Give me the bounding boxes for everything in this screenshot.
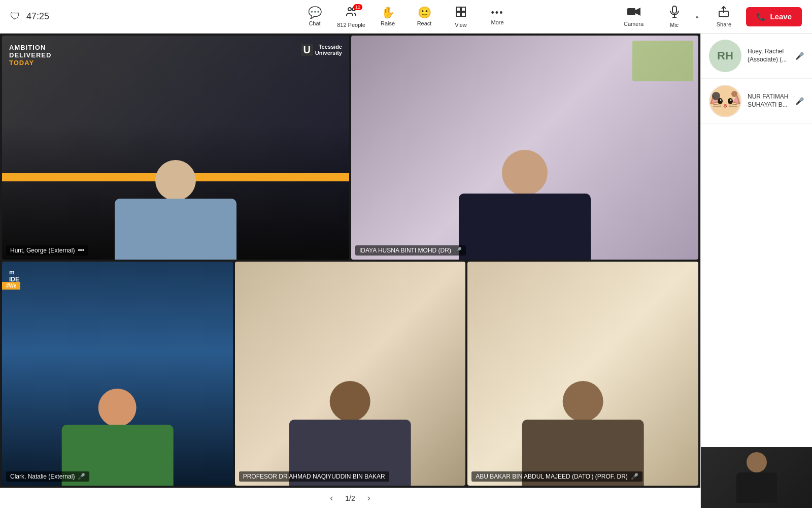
mic-button[interactable]: Mic (656, 0, 693, 34)
hunt-person (2, 114, 349, 260)
sidebar-bottom (701, 124, 812, 508)
ahmad-label: PROFESOR DR AHMAD NAQIYUDDIN BIN BAKAR (239, 471, 389, 482)
raise-label: Raise (381, 20, 395, 26)
video-cell-ahmad: PROFESOR DR AHMAD NAQIYUDDIN BIN BAKAR (235, 262, 466, 486)
react-label: React (417, 20, 432, 26)
camera-icon (627, 7, 640, 19)
hunt-label: Hunt, George (External) ••• (6, 245, 88, 256)
video-row-top: AMBITION DELIVERED TODAY U Teesside Univ… (2, 36, 698, 260)
video-cell-clark: m IDE #We Clark, Natalie (External) 🎤 (2, 262, 233, 486)
sidebar-video-person (736, 452, 777, 503)
video-cell-idaya: IDAYA HUSNA BINTI MOHD (DR) 🎤 (351, 36, 698, 260)
abubakar-label: ABU BAKAR BIN ABDUL MAJEED (DATO') (PROF… (471, 471, 642, 482)
leave-label: Leave (770, 12, 792, 21)
clark-text: m IDE (9, 269, 19, 283)
fatimah-avatar (709, 85, 741, 117)
view-label: View (455, 22, 467, 28)
page-indicator: 1/2 (345, 494, 355, 502)
more-label: More (491, 19, 503, 25)
mic-group: Mic ▲ (656, 0, 702, 34)
hunt-text-overlay: AMBITION DELIVERED TODAY (9, 44, 51, 67)
idaya-name: IDAYA HUSNA BINTI MOHD (DR) (359, 247, 451, 254)
mic-label: Mic (670, 22, 679, 28)
raise-icon: ✋ (381, 7, 395, 18)
share-button[interactable]: Share (705, 0, 742, 34)
sv-body (736, 472, 777, 503)
svg-point-20 (730, 100, 732, 101)
chat-label: Chat (309, 20, 320, 26)
university-logo: U Teesside University (301, 44, 342, 56)
pagination: ‹ 1/2 › (0, 488, 700, 508)
hunt-name: Hunt, George (External) (10, 247, 75, 254)
sidebar-participant-rachel: RH Huey, Rachel (Associate) (... 🎤 (701, 34, 812, 79)
toolbar: 💬 Chat 812 People 12 ✋ Raise 🙂 React (296, 0, 516, 34)
share-icon (718, 6, 729, 19)
shield-icon: 🛡 (10, 11, 20, 22)
svg-point-21 (724, 104, 727, 106)
idaya-label: IDAYA HUSNA BINTI MOHD (DR) 🎤 (355, 245, 466, 256)
next-page-button[interactable]: › (363, 491, 375, 505)
topbar: 🛡 47:25 💬 Chat 812 People 12 ✋ Raise (0, 0, 812, 34)
share-label: Share (717, 21, 731, 27)
clark-mic-icon: 🎤 (78, 473, 85, 480)
more-button[interactable]: ••• More (479, 0, 516, 34)
abubakar-mic-icon: 🎤 (631, 473, 638, 480)
leave-button[interactable]: 📞 Leave (746, 7, 802, 26)
sv-head (747, 452, 767, 472)
camera-label: Camera (624, 21, 644, 27)
chat-icon: 💬 (308, 7, 322, 18)
video-grid: AMBITION DELIVERED TODAY U Teesside Univ… (0, 34, 700, 488)
clark-label: Clark, Natalie (External) 🎤 (6, 471, 89, 482)
sidebar: RH Huey, Rachel (Associate) (... 🎤 (700, 34, 812, 508)
react-icon: 🙂 (418, 7, 431, 18)
camera-button[interactable]: Camera (616, 0, 652, 34)
svg-point-18 (728, 98, 733, 104)
abubakar-name: ABU BAKAR BIN ABDUL MAJEED (DATO') (PROF… (476, 473, 627, 480)
fatimah-mic-icon: 🎤 (795, 97, 804, 105)
people-badge: 12 (353, 4, 362, 10)
more-icon: ••• (491, 8, 504, 17)
people-label: 812 People (337, 22, 365, 28)
mic-icon (669, 6, 680, 20)
svg-rect-6 (627, 8, 635, 15)
clark-person (2, 318, 233, 486)
video-row-bottom: m IDE #We Clark, Natalie (External) 🎤 (2, 262, 698, 486)
react-button[interactable]: 🙂 React (406, 0, 443, 34)
rachel-info: Huey, Rachel (Associate) (... (748, 48, 789, 64)
prev-page-button[interactable]: ‹ (326, 491, 337, 505)
svg-marker-7 (635, 8, 640, 16)
svg-point-26 (712, 92, 720, 100)
fatimah-name: NUR FATIMAH SUHAYATI B... (748, 93, 789, 109)
hunt-options: ••• (78, 247, 84, 254)
idaya-person (351, 80, 698, 260)
clark-name: Clark, Natalie (External) (10, 473, 75, 480)
svg-rect-8 (672, 6, 676, 13)
view-button[interactable]: View (443, 0, 479, 34)
rachel-initials: RH (717, 49, 733, 62)
phone-icon: 📞 (756, 12, 766, 21)
view-icon (455, 6, 467, 20)
mic-dropdown-button[interactable]: ▲ (693, 14, 702, 19)
svg-rect-5 (461, 12, 465, 16)
svg-point-0 (348, 8, 351, 11)
ahmad-name: PROFESOR DR AHMAD NAQIYUDDIN BIN BAKAR (243, 473, 385, 480)
svg-rect-4 (456, 12, 460, 16)
chat-button[interactable]: 💬 Chat (296, 0, 333, 34)
idaya-mic-icon: 🎤 (454, 247, 462, 254)
abubakar-person (467, 306, 698, 486)
fatimah-info: NUR FATIMAH SUHAYATI B... (748, 93, 789, 109)
clark-badge: #We (2, 282, 20, 290)
rachel-avatar: RH (709, 40, 741, 72)
topbar-right: Camera Mic ▲ (616, 0, 802, 34)
video-area: AMBITION DELIVERED TODAY U Teesside Univ… (0, 34, 700, 508)
raise-button[interactable]: ✋ Raise (369, 0, 406, 34)
people-button[interactable]: 812 People 12 (333, 0, 369, 34)
svg-rect-2 (456, 7, 460, 11)
sidebar-video (701, 447, 812, 508)
page-label: 1/2 (345, 494, 355, 502)
topbar-left: 🛡 47:25 (10, 11, 49, 22)
rachel-name: Huey, Rachel (Associate) (... (748, 48, 789, 64)
svg-rect-3 (461, 7, 465, 11)
sidebar-participant-fatimah: NUR FATIMAH SUHAYATI B... 🎤 (701, 79, 812, 124)
rachel-mic-icon: 🎤 (795, 52, 804, 60)
